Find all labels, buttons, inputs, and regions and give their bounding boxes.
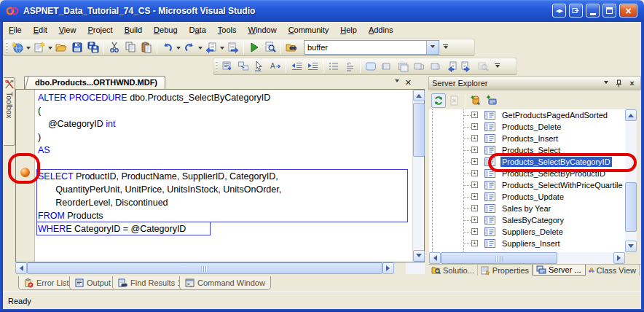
expand-plus-icon[interactable]: + [471,158,478,165]
menu-item[interactable]: Debug [148,23,183,36]
expand-plus-icon[interactable]: + [471,193,478,200]
toolbox-tab[interactable]: Toolbox [4,77,15,146]
expand-plus-icon[interactable]: + [471,182,478,188]
toolbar-options-button[interactable] [493,58,501,74]
maximize-button[interactable] [602,4,616,17]
menu-item[interactable]: Addins [363,23,399,36]
refresh-button[interactable] [431,93,446,108]
new-web-site-dropdown[interactable] [25,39,31,55]
connect-to-server-button[interactable] [484,93,499,108]
tab-solution-explorer[interactable]: Solutio... [428,265,478,276]
scroll-up-button[interactable] [625,109,637,121]
scroll-down-button[interactable] [625,241,637,252]
scroll-right-button[interactable] [613,252,625,264]
scroll-thumb[interactable] [413,103,425,157]
tree-row[interactable]: + Suppliers_Insert [429,238,625,249]
document-close-button[interactable]: ✕ [405,78,412,87]
save-all-button[interactable] [85,39,101,55]
navigate-forward-button[interactable] [225,39,241,55]
editor-vertical-scrollbar[interactable] [412,90,424,262]
expand-plus-icon[interactable]: + [471,217,478,223]
menu-item[interactable]: Tools [212,23,243,36]
scroll-down-button[interactable] [413,250,425,262]
paste-button[interactable] [138,39,154,55]
breakpoint-ball-icon[interactable] [20,168,30,177]
detach-window-button[interactable] [569,4,583,17]
connect-to-database-button[interactable] [468,93,483,108]
server-explorer-title-bar[interactable]: Server Explorer × [428,76,641,90]
find-combobox-input[interactable] [305,41,426,54]
pan-arrows-button[interactable]: ◀▶ [552,4,566,17]
scroll-up-button[interactable] [413,90,425,101]
show-diagram-pane-button[interactable] [363,58,379,74]
uncomment-lines-button[interactable] [342,58,358,74]
tab-find-results[interactable]: Find Results 1 [112,276,187,290]
redo-dropdown[interactable] [197,39,203,55]
scroll-thumb[interactable] [441,252,557,264]
tab-command-window[interactable]: >_ Command Window [179,276,271,290]
editor-gutter[interactable] [16,90,35,262]
open-file-button[interactable] [53,39,69,55]
menu-item[interactable]: View [53,23,82,36]
minimize-button[interactable] [586,4,600,17]
expand-plus-icon[interactable]: + [471,240,478,246]
copy-button[interactable] [122,39,138,55]
scroll-left-button[interactable] [15,262,27,274]
tree-row[interactable]: + Products_SelectByCategoryID [429,156,625,168]
navigate-backward-dropdown[interactable] [219,39,225,55]
increase-indent-button[interactable] [305,58,321,74]
tree-vertical-scrollbar[interactable] [625,109,637,252]
navigate-backward-button[interactable] [203,39,219,55]
menu-item[interactable]: Community [283,23,335,36]
expand-plus-icon[interactable]: + [471,228,478,235]
auto-hide-pin-button[interactable] [613,78,624,88]
scroll-left-button[interactable] [429,252,441,264]
editor-horizontal-scrollbar[interactable] [15,262,425,274]
panel-close-button[interactable]: × [627,78,637,88]
document-list-dropdown-button[interactable] [395,78,399,87]
undo-button[interactable] [160,39,176,55]
tab-error-list[interactable]: Error List [18,276,75,290]
scroll-thumb[interactable] [27,262,382,274]
menu-item[interactable]: Data [184,23,212,36]
redo-button[interactable] [181,39,197,55]
tree-row[interactable]: + Products_SelectByProductID [429,168,625,179]
tree-row[interactable]: + Products_Select [429,144,625,156]
tree-row[interactable]: + Products_Update [429,191,625,203]
tree-row[interactable]: + SalesByCategory [429,214,625,226]
verify-sql-button[interactable] [475,58,491,74]
expand-plus-icon[interactable]: + [471,123,478,130]
cut-button[interactable] [106,39,122,55]
tree-row[interactable]: + Products_SelectWithPriceQuartile [429,179,625,191]
menu-item[interactable]: Project [82,23,118,36]
menu-item[interactable]: Edit [28,23,53,36]
menu-item[interactable]: File [3,23,28,36]
tab-class-view[interactable]: Class View [586,265,640,276]
tab-output[interactable]: Output [69,276,117,290]
decrease-indent-button[interactable] [288,58,305,74]
find-button[interactable] [262,39,278,55]
tab-properties[interactable]: Properties [478,265,533,276]
expand-plus-icon[interactable]: + [471,135,478,141]
tab-server-explorer[interactable]: Server ... [533,265,586,276]
menu-item[interactable]: Build [119,23,148,36]
server-explorer-tree[interactable]: + GetProductsPagedAndSorted + Products_D… [429,109,625,252]
scroll-thumb[interactable] [625,182,637,232]
show-browse-pane-button[interactable] [427,58,443,74]
menu-item[interactable]: Help [334,23,363,36]
rename-button[interactable]: A [267,58,283,74]
comment-lines-button[interactable] [326,58,342,74]
toolbar-drag-handle[interactable] [216,61,218,73]
menu-item[interactable]: Window [242,23,282,36]
show-criteria-pane-button[interactable] [379,58,395,74]
find-in-files-button[interactable] [283,39,299,55]
tree-row[interactable]: + Sales by Year [429,203,625,214]
expand-plus-icon[interactable]: + [471,147,478,153]
generate-change-script-button[interactable] [219,58,235,74]
start-debugging-button[interactable] [246,39,262,55]
window-position-button[interactable] [600,78,611,88]
select-pointer-button[interactable] [251,58,267,74]
code-area[interactable]: ALTER PROCEDURE dbo.Products_SelectByCat… [35,90,412,262]
tree-horizontal-scrollbar[interactable] [429,252,625,264]
next-page-button[interactable] [459,58,475,74]
